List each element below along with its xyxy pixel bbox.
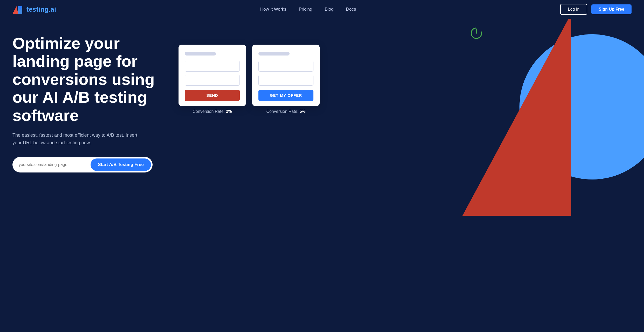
logo-icon — [12, 5, 24, 14]
nav-actions: Log In Sign Up Free — [560, 4, 632, 15]
url-input-row: Start A/B Testing Free — [12, 157, 153, 172]
url-input[interactable] — [19, 162, 91, 167]
card-b-wrapper: GET MY OFFER Conversion Rate: 5% — [252, 45, 320, 114]
card-b-input-1[interactable] — [258, 61, 313, 72]
logo-text: testing.ai — [26, 5, 56, 13]
start-testing-button[interactable]: Start A/B Testing Free — [91, 158, 151, 171]
hero-section: Optimize your landing page for conversio… — [0, 19, 644, 332]
card-b: GET MY OFFER — [252, 45, 320, 106]
nav-pricing[interactable]: Pricing — [299, 7, 312, 12]
triangle-decoration — [462, 19, 571, 216]
card-a-send-button[interactable]: SEND — [185, 90, 240, 101]
card-a-input-1[interactable] — [185, 61, 240, 72]
card-a-input-2[interactable] — [185, 75, 240, 86]
card-a: SEND — [179, 45, 246, 106]
nav-links: How It Works Pricing Blog Docs — [260, 7, 356, 12]
hero-content: Optimize your landing page for conversio… — [12, 34, 179, 172]
card-b-offer-button[interactable]: GET MY OFFER — [258, 90, 313, 101]
ab-cards-container: SEND Conversion Rate: 2% GET MY OFFER Co… — [179, 45, 320, 114]
card-b-input-2[interactable] — [258, 75, 313, 86]
card-a-conversion: Conversion Rate: 2% — [179, 109, 246, 114]
nav-docs[interactable]: Docs — [346, 7, 356, 12]
svg-marker-0 — [12, 6, 18, 14]
card-a-header-bar — [185, 52, 216, 56]
navbar: testing.ai How It Works Pricing Blog Doc… — [0, 0, 644, 19]
logo-link[interactable]: testing.ai — [12, 5, 56, 14]
card-b-header-bar — [258, 52, 290, 56]
signup-button[interactable]: Sign Up Free — [591, 4, 632, 14]
power-icon — [470, 26, 483, 41]
card-a-wrapper: SEND Conversion Rate: 2% — [179, 45, 246, 114]
hero-subtitle: The easiest, fastest and most efficient … — [12, 132, 147, 147]
card-b-conversion: Conversion Rate: 5% — [252, 109, 320, 114]
hero-title: Optimize your landing page for conversio… — [12, 34, 179, 124]
login-button[interactable]: Log In — [560, 4, 587, 15]
nav-blog[interactable]: Blog — [325, 7, 333, 12]
nav-how-it-works[interactable]: How It Works — [260, 7, 286, 12]
